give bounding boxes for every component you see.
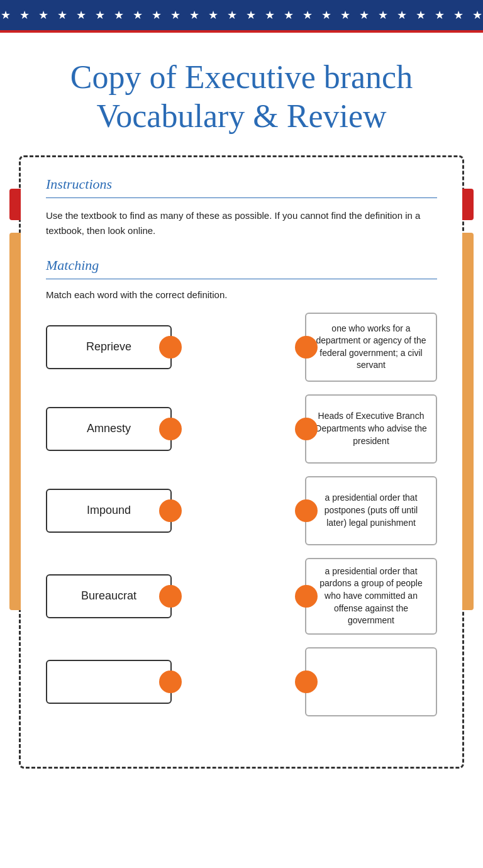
def-box-2[interactable]: Heads of Executive Branch Departments wh… [305, 394, 437, 464]
match-row-4: Bureaucrat a presidential order that par… [46, 558, 437, 635]
word-box-impound[interactable]: Impound [46, 489, 172, 533]
side-tab-left-red [9, 189, 21, 220]
star-icon: ★ [133, 8, 143, 22]
word-box-bureaucrat[interactable]: Bureaucrat [46, 574, 172, 618]
word-dot-reprieve [159, 336, 182, 359]
star-icon: ★ [340, 8, 350, 22]
matching-divider [46, 279, 437, 279]
star-icon: ★ [38, 8, 48, 22]
word-dot-amnesty [159, 418, 182, 440]
word-box-reprieve[interactable]: Reprieve [46, 325, 172, 369]
match-row-3: Impound a presidential order that postpo… [46, 476, 437, 545]
def-text-2: Heads of Executive Branch Departments wh… [314, 410, 428, 447]
instructions-section: Instructions Use the textbook to find as… [46, 176, 437, 238]
word-dot-bureaucrat [159, 585, 182, 608]
star-icon: ★ [472, 8, 482, 22]
word-label-bureaucrat: Bureaucrat [81, 589, 136, 603]
star-icon: ★ [265, 8, 275, 22]
star-icon: ★ [114, 8, 124, 22]
star-icon: ★ [416, 8, 426, 22]
def-text-1: one who works for a department or agency… [314, 323, 428, 372]
match-row-1: Reprieve one who works for a department … [46, 313, 437, 382]
star-icon: ★ [152, 8, 162, 22]
star-icon: ★ [227, 8, 237, 22]
star-icon: ★ [435, 8, 445, 22]
word-box-amnesty[interactable]: Amnesty [46, 407, 172, 451]
def-text-3: a presidential order that postpones (put… [314, 492, 428, 529]
star-icon: ★ [321, 8, 331, 22]
matching-section: Matching Match each word with the correc… [46, 257, 437, 729]
star-icon: ★ [208, 8, 218, 22]
side-tab-right-orange [462, 233, 474, 610]
def-dot-4 [295, 585, 318, 608]
word-label-amnesty: Amnesty [87, 422, 131, 435]
def-box-4[interactable]: a presidential order that pardons a grou… [305, 558, 437, 635]
star-icon: ★ [19, 8, 30, 22]
matching-container: Reprieve one who works for a department … [46, 313, 437, 729]
def-dot-5 [295, 670, 318, 693]
star-icon: ★ [246, 8, 256, 22]
title-area: Copy of Executive branch Vocabulary & Re… [0, 33, 483, 155]
main-card: Instructions Use the textbook to find as… [19, 155, 464, 769]
def-box-5[interactable] [305, 647, 437, 716]
star-icon: ★ [378, 8, 388, 22]
def-box-3[interactable]: a presidential order that postpones (put… [305, 476, 437, 545]
matching-instruction: Match each word with the correct definit… [46, 289, 437, 300]
star-icon: ★ [170, 8, 180, 22]
def-box-1[interactable]: one who works for a department or agency… [305, 313, 437, 382]
star-icon: ★ [189, 8, 199, 22]
def-text-4: a presidential order that pardons a grou… [314, 565, 428, 627]
match-row-5 [46, 647, 437, 716]
star-icon: ★ [1, 8, 11, 22]
star-icon: ★ [57, 8, 67, 22]
side-tab-left-orange [9, 233, 21, 610]
def-dot-3 [295, 499, 318, 522]
matching-heading: Matching [46, 257, 437, 274]
star-icon: ★ [284, 8, 294, 22]
word-label-impound: Impound [87, 504, 131, 517]
side-tab-right-red [462, 189, 474, 220]
instructions-heading: Instructions [46, 176, 437, 192]
def-dot-1 [295, 336, 318, 359]
star-icon: ★ [397, 8, 407, 22]
page-title: Copy of Executive branch Vocabulary & Re… [38, 58, 445, 136]
instructions-divider [46, 198, 437, 198]
word-dot-5 [159, 670, 182, 693]
star-icon: ★ [95, 8, 105, 22]
match-row-2: Amnesty Heads of Executive Branch Depart… [46, 394, 437, 464]
star-icon: ★ [76, 8, 86, 22]
word-box-5[interactable] [46, 660, 172, 704]
def-dot-2 [295, 418, 318, 440]
stars-banner: ★ ★ ★ ★ ★ ★ ★ ★ ★ ★ ★ ★ ★ ★ ★ ★ ★ ★ ★ ★ … [0, 0, 483, 30]
star-icon: ★ [453, 8, 464, 22]
word-dot-impound [159, 499, 182, 522]
word-label-reprieve: Reprieve [86, 340, 131, 353]
star-icon: ★ [359, 8, 369, 22]
instructions-text: Use the textbook to find as many of thes… [46, 208, 437, 238]
star-icon: ★ [303, 8, 313, 22]
